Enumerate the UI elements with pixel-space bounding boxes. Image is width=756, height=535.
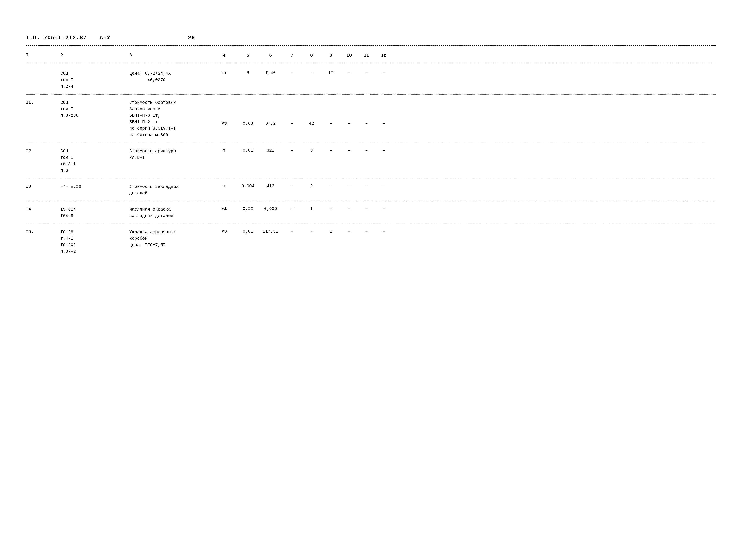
cell-c11-1: – <box>358 70 375 75</box>
cell-unit-6: м3 <box>211 229 237 234</box>
cell-source-5: I5-6I4I64-8 <box>60 206 129 219</box>
col-header-4: 4 <box>211 53 237 58</box>
cell-c11-5: – <box>358 206 375 211</box>
cell-price-6: II7,5I <box>259 229 283 234</box>
cell-c11-3: – <box>358 148 375 153</box>
cell-c10-2: – <box>340 99 358 126</box>
cell-c8-3: 3 <box>302 148 321 153</box>
rows-container: ССЦтом Iп.2-4 Цена: 0,72+24,4х х0,0279 ш… <box>26 66 716 260</box>
cell-c7-3: – <box>283 148 302 153</box>
col-header-11: II <box>358 53 375 58</box>
cell-c9-2: – <box>321 99 340 126</box>
cell-c8-6: – <box>302 229 321 234</box>
cell-c7-5: ← <box>283 206 302 211</box>
series: А-У <box>99 35 110 41</box>
cell-qty-4: 0,004 <box>237 183 259 188</box>
cell-c10-4: – <box>340 183 358 188</box>
table-row: I5. IO-28т.4-IIO-202п.37-2 Укладка дерев… <box>26 224 716 260</box>
col-header-2: 2 <box>60 52 129 58</box>
cell-c7-4: – <box>283 183 302 188</box>
column-headers: I 2 3 4 5 6 7 8 9 IO II I2 <box>26 50 716 61</box>
header-divider <box>26 63 716 64</box>
cell-qty-6: 0,0I <box>237 229 259 234</box>
cell-source-2: ССЦтом Iп.8-238 <box>60 99 129 119</box>
cell-source-4: –"– п.I3 <box>60 183 129 190</box>
col-header-3: 3 <box>129 52 211 58</box>
cell-c12-6: – <box>375 229 392 234</box>
page-number: 28 <box>188 35 195 41</box>
cell-price-4: 4I3 <box>259 183 283 188</box>
cell-c12-1: – <box>375 70 392 75</box>
cell-c8-4: 2 <box>302 183 321 188</box>
cell-qty-5: 0,I2 <box>237 206 259 211</box>
cell-price-3: 32I <box>259 148 283 153</box>
col-header-6: 6 <box>259 53 283 58</box>
cell-c12-2: – <box>375 99 392 126</box>
cell-c7-1: – <box>283 70 302 75</box>
cell-c10-5: – <box>340 206 358 211</box>
cell-c10-6: – <box>340 229 358 234</box>
cell-c8-5: I <box>302 206 321 211</box>
col-header-10: IO <box>340 53 358 58</box>
cell-c9-6: I <box>321 229 340 234</box>
doc-number: Т.П. 705-I-2I2.87 <box>26 35 87 41</box>
cell-desc-6: Укладка деревянныхкоробокЦена: IIO+7,5I <box>129 229 211 248</box>
cell-ref-6: I5. <box>26 229 60 235</box>
table-row: I4 I5-6I4I64-8 Масляная окрасказакладных… <box>26 202 716 224</box>
cell-ref-5: I4 <box>26 206 60 212</box>
cell-c10-3: – <box>340 148 358 153</box>
col-header-12: I2 <box>375 53 392 58</box>
cell-desc-4: Стоимость закладныхдеталей <box>129 183 211 197</box>
cell-ref-2: II. <box>26 99 60 105</box>
cell-price-5: 0,605 <box>259 206 283 211</box>
cell-c7-6: – <box>283 229 302 234</box>
cell-c10-1: – <box>340 70 358 75</box>
cell-ref-4: I3 <box>26 183 60 190</box>
col-header-5: 5 <box>237 53 259 58</box>
page-container: Т.П. 705-I-2I2.87 А-У 28 I 2 3 4 5 6 7 8… <box>26 35 716 260</box>
cell-c7-2: – <box>283 99 302 126</box>
cell-desc-1: Цена: 0,72+24,4х х0,0279 <box>129 70 211 83</box>
cell-qty-1: 8 <box>237 70 259 75</box>
cell-qty-3: 0,0I <box>237 148 259 153</box>
table-row: ССЦтом Iп.2-4 Цена: 0,72+24,4х х0,0279 ш… <box>26 66 716 95</box>
col-header-9: 9 <box>321 53 340 58</box>
col-header-1: I <box>26 52 60 58</box>
cell-c11-2: – <box>358 99 375 126</box>
cell-desc-3: Стоимость арматурыкл.В-I <box>129 148 211 161</box>
header: Т.П. 705-I-2I2.87 А-У 28 <box>26 35 716 41</box>
table-row: II. ССЦтом Iп.8-238 Стоимость бортовыхбл… <box>26 95 716 143</box>
table-row: I3 –"– п.I3 Стоимость закладныхдеталей т… <box>26 179 716 202</box>
cell-c9-1: II <box>321 70 340 75</box>
cell-c8-2: 42 <box>302 99 321 126</box>
cell-c8-1: – <box>302 70 321 75</box>
cell-ref-3: I2 <box>26 148 60 154</box>
cell-price-1: I,40 <box>259 70 283 75</box>
cell-c9-3: – <box>321 148 340 153</box>
col-header-7: 7 <box>283 53 302 58</box>
cell-price-2: 67,2 <box>259 99 283 126</box>
table-row: I2 ССЦтом Iтб.3-Iп.6 Стоимость арматурык… <box>26 143 716 179</box>
cell-source-3: ССЦтом Iтб.3-Iп.6 <box>60 148 129 174</box>
cell-unit-1: шт <box>211 70 237 75</box>
cell-unit-4: т <box>211 183 237 188</box>
cell-unit-3: т <box>211 148 237 153</box>
col-header-8: 8 <box>302 53 321 58</box>
top-divider <box>26 45 716 46</box>
cell-c9-5: – <box>321 206 340 211</box>
cell-source-6: IO-28т.4-IIO-202п.37-2 <box>60 229 129 255</box>
cell-desc-2: Стоимость бортовыхблоков маркиББНI-П-6 ш… <box>129 99 211 138</box>
cell-desc-5: Масляная окрасказакладных деталей <box>129 206 211 219</box>
cell-c12-5: – <box>375 206 392 211</box>
cell-source-1: ССЦтом Iп.2-4 <box>60 70 129 90</box>
cell-c12-3: – <box>375 148 392 153</box>
cell-unit-2: м3 <box>211 99 237 126</box>
cell-c9-4: – <box>321 183 340 188</box>
cell-c12-4: – <box>375 183 392 188</box>
cell-unit-5: м2 <box>211 206 237 211</box>
cell-qty-2: 0,63 <box>237 99 259 126</box>
cell-c11-4: – <box>358 183 375 188</box>
cell-c11-6: – <box>358 229 375 234</box>
